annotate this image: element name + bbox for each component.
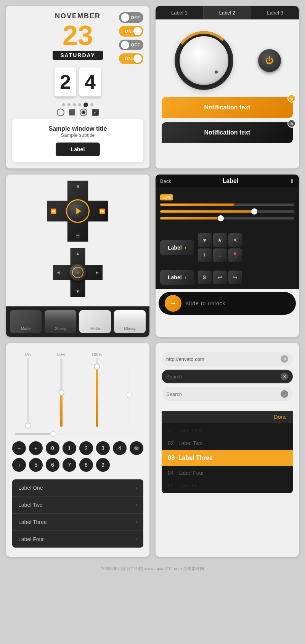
joystick-up[interactable]: ▲ [75,251,80,256]
vslider-track-100[interactable] [96,358,98,427]
picker-row-3-active[interactable]: 03 Label Three [162,450,293,466]
toggle-4[interactable]: ON [119,53,143,64]
btn-glossy-1[interactable]: Glossy [45,310,76,333]
icon-close[interactable]: ✕ [228,233,242,247]
joystick-left[interactable]: ◄ [56,270,61,275]
circle-btn-2[interactable]: 2 [79,441,93,455]
icon-heart[interactable]: ♥ [198,233,212,247]
dot-2[interactable] [67,103,71,106]
btn-white-glossy-1[interactable]: Glossy [114,310,146,333]
circle-btn-5[interactable]: 5 [29,458,43,472]
dot-3[interactable] [73,103,76,106]
icon-forward[interactable]: ↪ [228,271,242,284]
label-button-1[interactable]: Label › [160,240,194,255]
hslider-thumb[interactable] [50,431,56,437]
dot-5[interactable] [83,103,88,107]
share-icon[interactable]: ⬆ [290,178,294,184]
large-knob-wrap[interactable] [173,30,234,91]
checkbox-checked[interactable] [92,109,99,116]
label-button-2[interactable]: Label › [160,270,194,285]
play-button[interactable] [67,200,88,222]
picker-num-2: 02 [168,440,178,446]
window-label-button[interactable]: Label [56,143,100,156]
tab-1[interactable]: Label 1 [156,6,204,19]
pause-button[interactable]: ⏸ [75,184,80,189]
picker-row-2[interactable]: 02 Label Two [162,436,293,450]
search-clear-1[interactable]: ✕ [281,373,288,380]
circle-btn-8[interactable]: 8 [79,458,93,472]
progress-track-1 [160,203,294,206]
circle-btn-3[interactable]: 3 [96,441,110,455]
forward-button[interactable]: ⏩ [99,208,105,214]
search-input-2[interactable] [166,391,278,397]
slider-thumb-3[interactable] [218,215,224,221]
dot-1[interactable] [62,103,65,106]
form-panel: ✕ ✕ ⌕ Done 01 Label One [156,343,299,557]
picker-done-button[interactable]: Done [162,411,293,423]
list-item-4[interactable]: Label Four › [12,531,143,548]
icon-search[interactable]: ⌕ [213,248,227,262]
window-dialog: Sample window title Sample subtitle Labe… [12,119,143,162]
vslider-thumb-50[interactable] [58,389,64,396]
circle-btn-mail[interactable]: ✉ [130,441,143,455]
list-item-2[interactable]: Label Two › [12,497,143,514]
toggle-1[interactable]: OFF [119,12,143,23]
toggle-2[interactable]: ON [119,26,143,37]
icon-gear[interactable]: ⚙ [198,271,212,284]
picker-num-4: 04 [168,470,178,476]
url-clear-button[interactable]: ✕ [281,355,288,363]
joystick-down[interactable]: ▼ [75,289,80,294]
circle-btn-7[interactable]: 7 [63,458,76,472]
circle-btn-0[interactable]: 0 [46,441,59,455]
icon-alert[interactable]: ! [198,248,212,262]
circle-btn-4[interactable]: 4 [113,441,127,455]
knob-large[interactable] [177,34,231,87]
icon-star[interactable]: ★ [213,233,227,247]
joystick-knob[interactable] [69,264,86,281]
back-button[interactable]: Back [160,178,171,184]
circle-btn-plus[interactable]: + [29,441,43,455]
joystick-right[interactable]: ► [95,270,100,275]
vslider-thumb-100[interactable] [94,364,100,370]
radio-empty[interactable] [57,109,64,116]
vslider-track-50[interactable] [60,358,63,427]
hslider-v-thumb[interactable] [126,392,132,398]
btn-white-matte-1[interactable]: Matte [79,310,111,333]
circle-btn-9[interactable]: 9 [96,458,110,472]
slider-track-3[interactable] [160,217,294,219]
btn-matte-1[interactable]: Matte [10,310,42,333]
toggle-3[interactable]: OFF [119,40,143,50]
list-item-1[interactable]: Label One › [12,479,143,497]
picker-row-4[interactable]: 04 Label Four [162,466,293,480]
search-icon-btn[interactable]: ⌕ [281,390,288,398]
icon-reply[interactable]: ↩ [213,271,227,284]
circle-btn-info[interactable]: i [12,458,26,472]
circle-btn-6[interactable]: 6 [46,458,59,472]
slider-track-2[interactable] [160,210,294,213]
circle-btn-1[interactable]: 1 [63,441,76,455]
url-input[interactable] [166,356,278,362]
circle-btn-minus[interactable]: − [12,441,26,455]
radio-filled[interactable] [80,109,87,116]
slider-thumb-2[interactable] [251,208,257,215]
vslider-track-0[interactable] [27,358,29,427]
slide-unlock-bar[interactable]: → slide to unlock [159,292,296,315]
dot-4[interactable] [78,103,81,106]
dot-6[interactable] [90,103,93,106]
search-input-1[interactable] [166,374,278,380]
menu-button[interactable]: ☰ [75,233,80,239]
joystick-control[interactable]: ▲ ▼ ◄ ► [53,248,103,297]
hslider-v-track[interactable] [128,370,130,424]
tab-2[interactable]: Label 2 [204,6,252,19]
hslider-track[interactable] [15,433,140,435]
toggle-knob-3 [121,41,129,49]
dpad-control[interactable]: ⏸ ⏪ ⏩ ☰ [47,181,108,242]
power-button[interactable]: ⏻ [258,49,281,72]
vslider-thumb-0[interactable] [25,423,31,429]
icon-pin[interactable]: 📍 [228,248,242,262]
tab-3[interactable]: Label 3 [251,6,299,19]
rewind-button[interactable]: ⏪ [50,208,56,214]
unlock-arrow-icon: → [165,295,181,312]
calendar-weekday: SATURDAY [53,51,103,60]
list-item-3[interactable]: Label Three › [12,514,143,531]
